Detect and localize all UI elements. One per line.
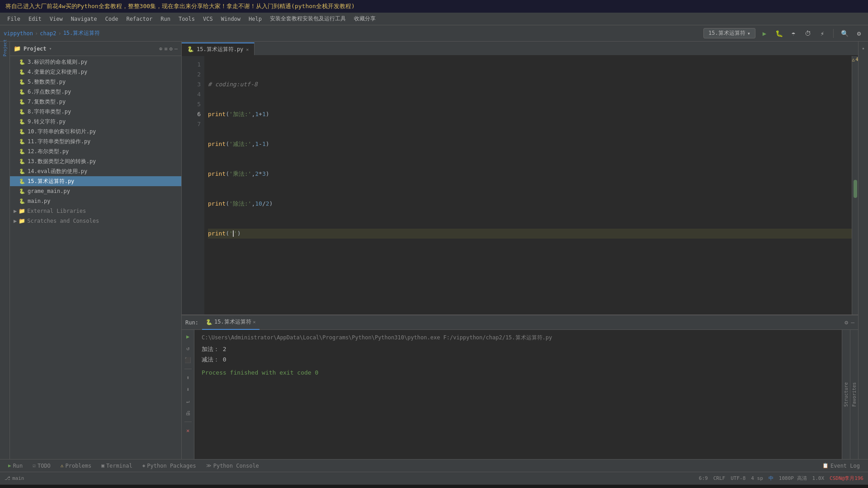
file-item-14[interactable]: 🐍 14.eval函数的使用.py	[10, 166, 181, 176]
run-soft-wrap-btn[interactable]: ↵	[183, 396, 193, 406]
sidebar-project-icon[interactable]: Project	[0, 43, 9, 52]
run-scroll-bottom-btn[interactable]: ⬇	[183, 385, 193, 394]
paren-open-4: (	[226, 169, 229, 179]
file-name-7: 7.复数类型.py	[28, 98, 66, 106]
status-crlf[interactable]: CRLF	[713, 475, 726, 481]
scroll-thumb[interactable]	[854, 180, 857, 198]
git-status[interactable]: ⎇ main	[5, 475, 24, 481]
file-item-main[interactable]: 🐍 main.py	[10, 196, 181, 206]
file-name-8: 8.字符串类型.py	[28, 108, 71, 116]
file-item-5[interactable]: 🐍 5.整数类型.py	[10, 77, 181, 87]
coverage-button[interactable]: ☂	[788, 28, 799, 39]
status-charset[interactable]: UTF-8	[731, 475, 745, 481]
run-settings-icon[interactable]: ⚙	[844, 319, 848, 326]
line-num-3: 3	[182, 80, 201, 89]
breadcrumb-chapter[interactable]: chap2	[40, 30, 56, 37]
str-add: '加法:'	[229, 109, 251, 119]
file-item-4[interactable]: 🐍 4.变量的定义和使用.py	[10, 67, 181, 77]
file-icon-13: 🐍	[19, 159, 25, 164]
toolbar: vippython › chap2 › 15.算术运算符 15.算术运算符 ▾ …	[0, 25, 868, 42]
bottom-tab-python-packages[interactable]: ◈ Python Packages	[138, 460, 201, 471]
project-settings-icon[interactable]: ⚙	[170, 46, 173, 52]
bottom-tab-problems[interactable]: ⚠ Problems	[56, 460, 96, 471]
bottom-tab-event-log[interactable]: 📋 Event Log	[818, 460, 864, 471]
file-icon-grame: 🐍	[19, 188, 25, 194]
bottom-tab-terminal[interactable]: ▣ Terminal	[97, 460, 137, 471]
settings-button[interactable]: ⚙	[854, 28, 864, 39]
run-output-jiafa: 加法： 2	[202, 345, 835, 354]
debug-button[interactable]: 🐛	[774, 28, 784, 39]
menu-code[interactable]: Code	[102, 14, 122, 23]
ext-expand-icon: ▶	[14, 208, 17, 214]
file-item-11[interactable]: 🐍 11.字符串类型的操作.py	[10, 136, 181, 146]
menu-share[interactable]: 收藏分享	[350, 14, 379, 24]
profile-button[interactable]: ⏱	[802, 28, 813, 39]
file-item-15[interactable]: 🐍 15.算术运算符.py	[10, 176, 181, 186]
menu-view[interactable]: View	[46, 14, 66, 23]
search-everywhere-button[interactable]: 🔍	[839, 28, 850, 39]
menu-window[interactable]: Window	[217, 14, 244, 23]
breadcrumb-file[interactable]: 15.算术运算符	[63, 29, 100, 37]
line-num-6: 6	[182, 109, 201, 119]
project-chevron[interactable]: ▾	[49, 46, 52, 51]
num-2-4: 3	[262, 169, 266, 179]
tab-close-button[interactable]: ✕	[246, 47, 249, 52]
file-name-14: 14.eval函数的使用.py	[28, 168, 87, 175]
menu-run[interactable]: Run	[157, 14, 174, 23]
menu-refactor[interactable]: Refactor	[123, 14, 156, 23]
menu-edit[interactable]: Edit	[25, 14, 45, 23]
project-hide-icon[interactable]: —	[175, 46, 178, 52]
file-item-6[interactable]: 🐍 6.浮点数类型.py	[10, 87, 181, 97]
python-packages-icon: ◈	[142, 463, 146, 469]
menu-help[interactable]: Help	[245, 14, 265, 23]
run-header-icons: ⚙ —	[844, 319, 854, 326]
concurrency-button[interactable]: ⚡	[817, 28, 828, 39]
bottom-tab-todo[interactable]: ☑ TODO	[28, 460, 55, 471]
run-stop-btn[interactable]: ⬛	[183, 355, 193, 365]
project-collapse-icon[interactable]: ≡	[164, 46, 167, 52]
editor-tab-15[interactable]: 🐍 15.算术运算符.py ✕	[182, 42, 255, 55]
external-libraries-header[interactable]: ▶ 📁 External Libraries	[10, 206, 181, 216]
run-clear-btn[interactable]: ✕	[183, 426, 193, 436]
breadcrumb-project[interactable]: vippython	[4, 30, 33, 37]
scratches-header[interactable]: ▶ 📁 Scratches and Consoles	[10, 216, 181, 226]
file-item-3[interactable]: 🐍 3.标识符的命名规则.py	[10, 57, 181, 67]
project-locate-icon[interactable]: ⊕	[159, 46, 162, 52]
file-item-9[interactable]: 🐍 9.转义字符.py	[10, 117, 181, 127]
menu-tools[interactable]: Tools	[175, 14, 198, 23]
run-print-btn[interactable]: 🖨	[183, 408, 193, 418]
right-sidebar-star-icon[interactable]: ★	[859, 43, 868, 52]
scratch-expand-icon: ▶	[14, 218, 17, 224]
menu-install[interactable]: 安装全套教程安装包及运行工具	[266, 14, 349, 24]
file-item-10[interactable]: 🐍 10.字符串的索引和切片.py	[10, 127, 181, 136]
bottom-tab-run[interactable]: ▶ Run	[4, 460, 27, 471]
num-2-5: 2	[266, 199, 269, 209]
run-play-btn[interactable]: ▶	[183, 332, 193, 342]
run-button[interactable]: ▶	[759, 28, 770, 39]
run-scroll-top-btn[interactable]: ⬆	[183, 373, 193, 383]
git-branch: main	[12, 475, 24, 481]
code-line-6: print('')	[208, 229, 852, 239]
file-item-7[interactable]: 🐍 7.复数类型.py	[10, 97, 181, 107]
file-item-13[interactable]: 🐍 13.数据类型之间的转换.py	[10, 156, 181, 166]
menu-vcs[interactable]: VCS	[199, 14, 217, 23]
code-content[interactable]: # coding:utf-8 print('加法:',1+1) print('减…	[204, 56, 852, 314]
status-zoom: 1.0X	[812, 475, 825, 481]
menu-navigate[interactable]: Navigate	[67, 14, 101, 23]
menu-file[interactable]: File	[4, 14, 24, 23]
status-indent[interactable]: 4 sp	[751, 475, 763, 481]
favorites-bar: Favorites	[850, 330, 858, 459]
run-config-dropdown[interactable]: 15.算术运算符 ▾	[703, 28, 755, 38]
bottom-tab-python-console[interactable]: ≫ Python Console	[202, 460, 264, 471]
file-item-12[interactable]: 🐍 12.布尔类型.py	[10, 146, 181, 156]
run-minimize-icon[interactable]: —	[851, 319, 854, 326]
code-line-2: print('加法:',1+1)	[208, 109, 852, 119]
file-item-8[interactable]: 🐍 8.字符串类型.py	[10, 107, 181, 117]
run-rerun-btn[interactable]: ↺	[183, 343, 193, 353]
run-side-buttons: ▶ ↺ ⬛ ⬆ ⬇ ↵ 🖨 ✕	[182, 330, 194, 459]
run-tab-close[interactable]: ✕	[253, 319, 256, 324]
run-tab-15[interactable]: 🐍 15.算术运算符 ✕	[202, 315, 259, 330]
file-item-grame[interactable]: 🐍 grame_main.py	[10, 186, 181, 196]
num-2-2: 1	[262, 109, 266, 119]
tab-icon: 🐍	[187, 46, 194, 52]
